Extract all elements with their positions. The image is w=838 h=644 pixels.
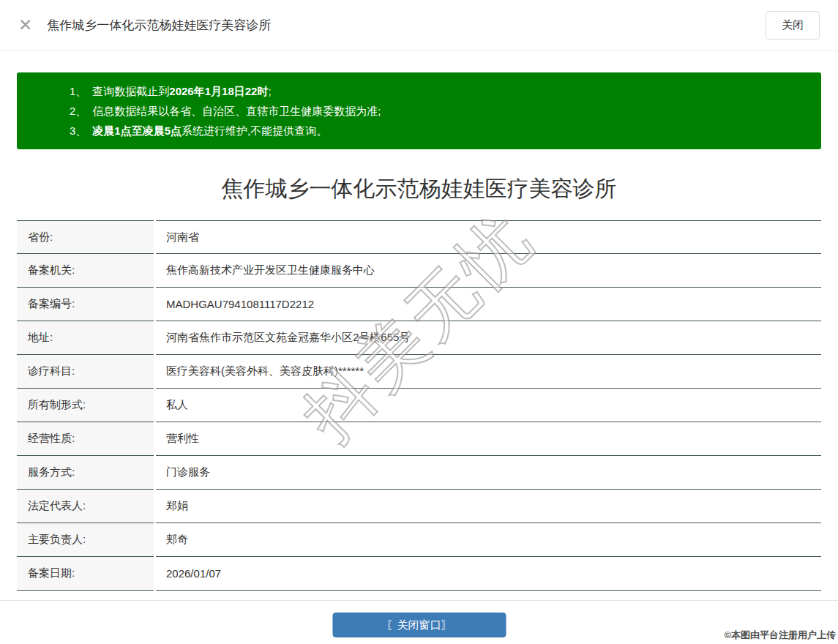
row-value: 2026/01/07 xyxy=(156,557,821,591)
table-row-medical-subjects: 诊疗科目: 医疗美容科(美容外科、美容皮肤科)****** xyxy=(17,355,821,389)
copyright-stamp: ©本图由平台注册用户上传 xyxy=(724,629,836,642)
close-icon[interactable]: ✕ xyxy=(18,17,32,34)
notice-line-1: 1、查询数据截止到2026年1月18日22时; xyxy=(70,81,807,101)
row-label: 备案日期: xyxy=(17,557,154,591)
notice-line-number: 1、 xyxy=(70,85,86,97)
header-close-button[interactable]: 关闭 xyxy=(766,11,820,40)
modal-title: 焦作城乡一体化示范杨娃娃医疗美容诊所 xyxy=(47,17,766,34)
table-row-province: 省份: 河南省 xyxy=(17,220,821,254)
page-title: 焦作城乡一体化示范杨娃娃医疗美容诊所 xyxy=(0,174,838,204)
table-row-principal-person: 主要负责人: 郏奇 xyxy=(17,523,821,557)
row-value: 医疗美容科(美容外科、美容皮肤科)****** xyxy=(156,355,821,389)
row-label: 备案编号: xyxy=(17,288,154,321)
record-modal: ✕ 焦作城乡一体化示范杨娃娃医疗美容诊所 关闭 1、查询数据截止到2026年1月… xyxy=(0,0,838,644)
row-value: 门诊服务 xyxy=(156,456,821,490)
footer-divider xyxy=(0,600,838,601)
notice-text-bold: 凌晨1点至凌晨5点 xyxy=(92,124,182,137)
row-value: 私人 xyxy=(156,389,821,422)
row-label: 主要负责人: xyxy=(17,523,154,557)
row-value: 焦作高新技术产业开发区卫生健康服务中心 xyxy=(156,254,821,288)
row-value: 郏奇 xyxy=(156,523,821,557)
notice-text-bold: 2026年1月18日22时 xyxy=(169,85,268,97)
row-label: 经营性质: xyxy=(17,422,154,456)
row-label: 所有制形式: xyxy=(17,389,154,422)
notice-line-number: 3、 xyxy=(70,124,86,137)
row-label: 诊疗科目: xyxy=(17,355,154,389)
table-row-registration-authority: 备案机关: 焦作高新技术产业开发区卫生健康服务中心 xyxy=(17,254,821,288)
table-row-business-nature: 经营性质: 营利性 xyxy=(17,422,821,456)
notice-line-3: 3、凌晨1点至凌晨5点系统进行维护,不能提供查询。 xyxy=(70,121,807,141)
table-row-ownership-form: 所有制形式: 私人 xyxy=(17,389,821,422)
row-label: 法定代表人: xyxy=(17,490,154,523)
notice-line-2: 2、信息数据结果以各省、自治区、直辖市卫生健康委数据为准; xyxy=(70,101,807,121)
table-row-registration-date: 备案日期: 2026/01/07 xyxy=(17,557,821,591)
close-window-button[interactable]: 〖关闭窗口〗 xyxy=(332,613,506,637)
row-label: 省份: xyxy=(17,220,154,254)
notice-box: 1、查询数据截止到2026年1月18日22时; 2、信息数据结果以各省、自治区、… xyxy=(17,72,821,149)
info-table: 省份: 河南省 备案机关: 焦作高新技术产业开发区卫生健康服务中心 备案编号: … xyxy=(17,220,821,591)
row-label: 备案机关: xyxy=(17,254,154,288)
table-row-registration-number: 备案编号: MADHGAU7941081117D2212 xyxy=(17,288,821,321)
notice-text: 信息数据结果以各省、自治区、直辖市卫生健康委数据为准; xyxy=(92,105,381,117)
row-label: 服务方式: xyxy=(17,456,154,490)
notice-text: 查询数据截止到 xyxy=(92,85,169,97)
table-row-address: 地址: 河南省焦作市示范区文苑金冠嘉华小区2号楼655号 xyxy=(17,321,821,355)
row-label: 地址: xyxy=(17,321,154,355)
row-value: 郑娟 xyxy=(156,490,821,523)
table-row-service-mode: 服务方式: 门诊服务 xyxy=(17,456,821,490)
modal-header: ✕ 焦作城乡一体化示范杨娃娃医疗美容诊所 关闭 xyxy=(0,0,838,51)
row-value: 河南省 xyxy=(156,220,821,254)
row-value: MADHGAU7941081117D2212 xyxy=(156,288,821,321)
notice-line-number: 2、 xyxy=(70,105,86,117)
row-value: 河南省焦作市示范区文苑金冠嘉华小区2号楼655号 xyxy=(156,321,821,355)
notice-text: ; xyxy=(268,85,271,97)
table-row-legal-representative: 法定代表人: 郑娟 xyxy=(17,490,821,523)
notice-text: 系统进行维护,不能提供查询。 xyxy=(182,124,327,137)
row-value: 营利性 xyxy=(156,422,821,456)
